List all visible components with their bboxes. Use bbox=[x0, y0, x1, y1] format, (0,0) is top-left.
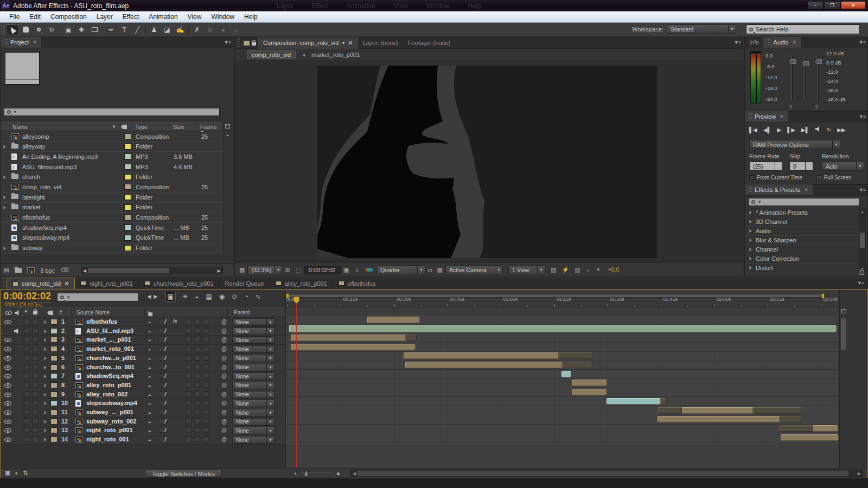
parent-dropdown[interactable]: None▼ bbox=[232, 382, 275, 389]
expander-icon[interactable] bbox=[44, 420, 47, 423]
timeline-zoom-control[interactable]: ▲ ▲ bbox=[293, 470, 341, 476]
lock-switch[interactable] bbox=[32, 328, 39, 334]
new-composition-icon[interactable] bbox=[27, 267, 35, 273]
project-row[interactable]: ASU_filmsound.mp3MP34.6 MB bbox=[1, 162, 224, 172]
quality-switch[interactable]: / bbox=[164, 355, 166, 361]
lock-switch[interactable] bbox=[32, 382, 39, 388]
audio-master-level-slider[interactable] bbox=[805, 55, 806, 100]
project-search-input[interactable]: ▼ bbox=[4, 108, 220, 116]
quality-switch[interactable]: / bbox=[164, 391, 166, 397]
panel-menu-icon[interactable]: ▼≡ bbox=[224, 40, 231, 45]
comp-mini-flowchart-icon[interactable]: ◄► bbox=[146, 293, 159, 300]
switch-box[interactable] bbox=[194, 336, 201, 343]
audio-left-level-slider[interactable] bbox=[792, 55, 793, 100]
item-name[interactable]: comp_roto_vid bbox=[22, 184, 61, 190]
pan-behind-tool[interactable]: ✥ bbox=[75, 24, 88, 35]
layer-label-swatch[interactable] bbox=[50, 319, 58, 325]
project-row[interactable]: alleycompComposition25 bbox=[1, 132, 224, 142]
layer-label-swatch[interactable] bbox=[50, 400, 58, 406]
parent-dropdown[interactable]: None▼ bbox=[232, 418, 275, 426]
project-row[interactable]: An Ending, A Beginning.mp3MP33.6 MB bbox=[1, 152, 224, 162]
layer-name[interactable]: market_..._p001 bbox=[86, 336, 131, 343]
lock-switch[interactable] bbox=[32, 418, 39, 425]
layer-duration-bar[interactable] bbox=[658, 407, 682, 414]
roto-brush-tool[interactable]: ✍ bbox=[174, 24, 187, 35]
project-scrollbar[interactable]: ▲ bbox=[223, 122, 233, 254]
lock-switch[interactable] bbox=[32, 400, 39, 406]
region-of-interest-icon[interactable]: ⬚ bbox=[296, 266, 301, 273]
hide-shy-layers-icon[interactable]: ✳ bbox=[182, 293, 188, 300]
shape-tool[interactable] bbox=[88, 24, 101, 35]
layer-name[interactable]: ASU_fil...nd.mp3 bbox=[86, 328, 133, 334]
layer-name[interactable]: subway_roto_002 bbox=[86, 418, 136, 425]
layer-label-swatch[interactable] bbox=[50, 328, 58, 334]
ram-preview-options-dropdown[interactable]: RAM Preview Options▼ bbox=[749, 140, 840, 149]
project-row[interactable]: alleywayFolder bbox=[1, 142, 224, 152]
layer-name[interactable]: ofbothofus bbox=[86, 318, 117, 325]
expander-icon[interactable] bbox=[4, 206, 6, 209]
item-name[interactable]: subway bbox=[22, 245, 42, 251]
layer-label-swatch[interactable] bbox=[50, 355, 58, 361]
expander-icon[interactable] bbox=[44, 365, 47, 369]
draft-3d-icon[interactable]: ▣ bbox=[166, 292, 175, 301]
trash-icon[interactable]: ⌫ bbox=[60, 267, 69, 274]
switch-box[interactable] bbox=[202, 418, 209, 425]
layer-row-7[interactable]: 7shadowSeq.mp4-▪-/@None▼ bbox=[1, 372, 285, 381]
effects-category[interactable]: Audio bbox=[745, 227, 860, 236]
expander-icon[interactable] bbox=[44, 357, 47, 360]
position-switch[interactable]: -▪- bbox=[148, 329, 151, 334]
switch-box[interactable] bbox=[202, 427, 209, 433]
current-time-display[interactable]: 0:00:02:02 bbox=[3, 291, 51, 303]
parent-dropdown[interactable]: None▼ bbox=[232, 364, 275, 371]
item-name[interactable]: shadowSeq.mp4 bbox=[22, 224, 67, 231]
exposure-value[interactable]: +0.0 bbox=[608, 266, 620, 273]
label-swatch[interactable] bbox=[124, 144, 131, 150]
switch-box[interactable] bbox=[194, 436, 201, 442]
effects-scrollbar[interactable]: ▲▼ bbox=[859, 208, 866, 272]
solo-switch[interactable] bbox=[23, 400, 30, 406]
lock-switch[interactable] bbox=[32, 336, 39, 343]
layer-row-3[interactable]: 3market_..._p001-▪-/@None▼ bbox=[1, 336, 285, 345]
item-name[interactable]: church bbox=[22, 174, 40, 180]
effects-category[interactable]: Blur & Sharpen bbox=[745, 236, 860, 245]
label-swatch[interactable] bbox=[124, 224, 131, 230]
layer-row-10[interactable]: 10slopesubway.mp4-▪-/@None▼ bbox=[1, 399, 285, 408]
eye-icon[interactable] bbox=[4, 438, 11, 442]
switch-box[interactable] bbox=[194, 345, 201, 352]
position-switch[interactable]: -▪- bbox=[148, 338, 151, 343]
eye-icon[interactable] bbox=[4, 401, 11, 406]
switch-box[interactable] bbox=[194, 409, 201, 415]
audio-right-level-slider[interactable] bbox=[818, 55, 819, 100]
parent-dropdown[interactable]: None▼ bbox=[232, 427, 275, 434]
position-switch[interactable]: -▪- bbox=[148, 410, 151, 415]
switch-box[interactable] bbox=[202, 373, 209, 379]
parent-dropdown[interactable]: None▼ bbox=[232, 400, 275, 407]
quality-switch[interactable]: / bbox=[164, 427, 166, 433]
layer-row-11[interactable]: 11subway_..._p001-▪-/@None▼ bbox=[1, 408, 285, 418]
graph-editor-icon[interactable]: ∿ bbox=[256, 293, 261, 300]
full-screen-checkbox[interactable]: Full Screen bbox=[816, 175, 852, 181]
solo-switch[interactable] bbox=[23, 373, 30, 379]
solo-switch[interactable] bbox=[23, 364, 30, 370]
parent-dropdown[interactable]: None▼ bbox=[232, 336, 275, 344]
lock-switch[interactable] bbox=[32, 345, 39, 352]
layer-row-8[interactable]: 8alley_roto_p001-▪-/@None▼ bbox=[1, 381, 285, 390]
layer-duration-bar[interactable] bbox=[572, 389, 607, 395]
new-folder-icon[interactable] bbox=[15, 268, 22, 273]
timeline-search-input[interactable]: ▼ bbox=[57, 293, 138, 301]
project-row[interactable]: latenightFolder bbox=[1, 192, 224, 203]
toggle-switches-modes-button[interactable]: Toggle Switches / Modes bbox=[145, 470, 222, 478]
eraser-tool[interactable]: ◪ bbox=[161, 24, 174, 35]
position-switch[interactable]: -▪- bbox=[148, 383, 151, 388]
label-swatch[interactable] bbox=[124, 174, 131, 180]
switch-box[interactable] bbox=[202, 400, 209, 406]
expander-icon[interactable] bbox=[4, 246, 6, 249]
parent-pickwhip-icon[interactable]: @ bbox=[221, 436, 227, 442]
layer-duration-bar[interactable] bbox=[291, 335, 406, 341]
layer-row-2[interactable]: 2ASU_fil...nd.mp3-▪-/@None▼ bbox=[1, 327, 285, 336]
lock-switch[interactable] bbox=[32, 436, 39, 442]
switch-box[interactable] bbox=[185, 418, 192, 425]
timeline-tab-render-queue[interactable]: Render Queue bbox=[220, 278, 270, 289]
tab-project[interactable]: Project ✕ bbox=[1, 37, 41, 48]
layer-duration-bar[interactable] bbox=[367, 317, 420, 323]
